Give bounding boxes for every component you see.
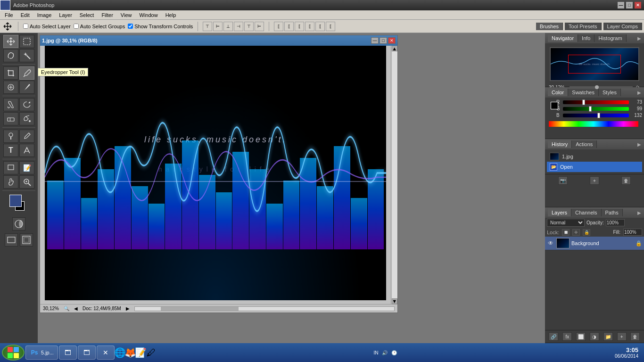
dist-hcenter-btn[interactable]: ⟦ — [315, 22, 325, 31]
menu-filter[interactable]: Filter — [98, 11, 116, 19]
horizontal-scrollbar[interactable] — [134, 306, 395, 311]
layer-adj-btn[interactable]: ◑ — [590, 332, 599, 341]
menu-window[interactable]: Window — [136, 11, 162, 19]
paint-bucket-btn[interactable] — [19, 112, 34, 125]
crop-tool-btn[interactable] — [3, 66, 18, 80]
opacity-input[interactable] — [606, 219, 625, 226]
zoom-slider[interactable] — [570, 86, 633, 88]
taskbar-item-2[interactable]: 🗔 — [59, 346, 77, 360]
fullscreen-btn[interactable] — [20, 233, 33, 247]
layer-new-btn[interactable]: + — [617, 332, 627, 341]
lock-pixels-btn[interactable]: 🔲 — [562, 229, 570, 236]
layer-fx-btn[interactable]: fx — [562, 332, 572, 341]
menu-file[interactable]: File — [1, 11, 17, 19]
screen-mode-btn[interactable] — [5, 233, 18, 247]
show-transform-label[interactable]: Show Transform Controls — [128, 24, 193, 29]
type-tool-btn[interactable]: T — [3, 144, 18, 157]
tray-volume-icon[interactable]: 🔊 — [382, 350, 388, 355]
history-delete-btn[interactable]: 🗑 — [621, 176, 631, 185]
paths-tab[interactable]: Paths — [602, 209, 623, 216]
quick-mask-btn[interactable] — [12, 217, 25, 230]
menu-layer[interactable]: Layer — [55, 11, 76, 19]
blend-mode-select[interactable]: Normal — [547, 219, 585, 227]
tool-presets-tab[interactable]: Tool Presets — [565, 23, 602, 30]
align-bottom-btn[interactable]: ⊥ — [223, 22, 233, 31]
auto-select-groups-checkbox[interactable] — [74, 24, 79, 29]
brush-tool-btn[interactable] — [19, 81, 34, 94]
history-item-2[interactable]: 📂 Open — [547, 162, 642, 172]
magic-wand-btn[interactable] — [19, 49, 34, 62]
channels-tab[interactable]: Channels — [571, 209, 601, 216]
start-button[interactable] — [2, 345, 25, 361]
history-tab[interactable]: History — [548, 140, 572, 148]
taskbar-item-4[interactable]: ✕ — [97, 346, 115, 360]
menu-view[interactable]: View — [117, 11, 136, 19]
green-slider[interactable] — [563, 107, 629, 111]
styles-tab[interactable]: Styles — [599, 89, 621, 96]
selection-tool-btn[interactable] — [19, 35, 34, 48]
navigator-expand[interactable]: ▶ — [637, 36, 641, 41]
align-top-btn[interactable]: ⊤ — [203, 22, 212, 31]
zoom-tool-btn[interactable] — [19, 175, 34, 189]
hand-tool-btn[interactable] — [3, 175, 18, 189]
zoom-icon[interactable]: 🔍 — [64, 306, 69, 311]
auto-select-groups-label[interactable]: Auto Select Groups — [74, 24, 125, 29]
taskbar-chrome-icon[interactable]: 🌐 — [116, 348, 125, 357]
menu-edit[interactable]: Edit — [17, 11, 33, 19]
layer-item-background[interactable]: 👁 Background 🔒 — [545, 237, 644, 250]
doc-minimize-btn[interactable]: — — [371, 37, 379, 44]
eyedropper-tool-btn[interactable]: Eyedropper Tool (I) — [19, 66, 34, 80]
green-slider-thumb[interactable] — [589, 106, 592, 112]
close-button[interactable]: ✕ — [635, 2, 641, 8]
layers-tab[interactable]: Layers — [548, 209, 571, 216]
lasso-tool-btn[interactable] — [3, 49, 18, 62]
history-new-btn[interactable]: + — [590, 176, 599, 185]
align-hcenter-btn[interactable]: ⊤ — [244, 22, 254, 31]
note-tool-btn[interactable]: 📝 — [19, 161, 34, 174]
document-canvas[interactable]: life sucks. music doesn't. hardstyle for… — [45, 46, 386, 300]
nav-arrow[interactable]: ◀ — [74, 306, 78, 311]
red-slider-thumb[interactable] — [582, 99, 585, 105]
nav-arrow-right[interactable]: ▶ — [126, 306, 130, 311]
zoom-slider-thumb[interactable] — [595, 85, 599, 89]
color-swatches[interactable] — [9, 195, 28, 214]
menu-select[interactable]: Select — [76, 11, 98, 19]
minimize-button[interactable]: — — [618, 2, 624, 8]
menu-image[interactable]: Image — [33, 11, 56, 19]
maximize-button[interactable]: □ — [626, 2, 633, 8]
taskbar-word-icon[interactable]: 📝 — [136, 348, 146, 357]
fill-input[interactable] — [623, 229, 642, 236]
doc-restore-btn[interactable]: □ — [380, 37, 387, 44]
dist-top-btn[interactable]: ⟦ — [274, 22, 283, 31]
vertical-scrollbar[interactable]: ▲ ▼ — [391, 46, 397, 304]
auto-select-layer-checkbox[interactable] — [23, 24, 28, 29]
taskbar-ps-item[interactable]: Ps 5.jp... — [25, 346, 58, 360]
history-snapshot-btn[interactable]: 📷 — [558, 176, 568, 185]
layer-group-btn[interactable]: 📁 — [603, 332, 613, 341]
blue-slider-thumb[interactable] — [597, 113, 600, 118]
pen-tool-btn[interactable] — [19, 130, 34, 143]
history-brush-btn[interactable] — [19, 98, 34, 111]
path-select-btn[interactable] — [19, 144, 34, 157]
move-tool-btn[interactable] — [3, 35, 18, 48]
navigator-tab[interactable]: Navigator — [548, 34, 578, 42]
layer-mask-btn[interactable]: ⬜ — [576, 332, 586, 341]
menu-help[interactable]: Help — [162, 11, 180, 19]
dist-left-btn[interactable]: ⟦ — [305, 22, 314, 31]
bg-color-swatch[interactable] — [551, 102, 558, 109]
color-expand[interactable]: ▶ — [637, 90, 641, 95]
histogram-tab[interactable]: Histogram — [594, 34, 626, 42]
move-tool-icon[interactable] — [2, 21, 13, 32]
layers-expand[interactable]: ▶ — [637, 210, 641, 215]
history-expand[interactable]: ▶ — [637, 142, 641, 147]
layer-visibility-btn[interactable]: 👁 — [547, 239, 554, 247]
dodge-tool-btn[interactable] — [3, 130, 18, 143]
layer-delete-btn[interactable]: 🗑 — [630, 332, 640, 341]
clone-stamp-btn[interactable] — [3, 98, 18, 111]
history-item-1[interactable]: 1.jpg — [547, 151, 642, 162]
doc-close-btn[interactable]: ✕ — [388, 37, 396, 44]
lock-move-btn[interactable]: ✛ — [572, 229, 580, 236]
align-left-btn[interactable]: ⊣ — [234, 22, 243, 31]
layer-link-btn[interactable]: 🔗 — [549, 332, 558, 341]
dist-bottom-btn[interactable]: ⟦ — [295, 22, 304, 31]
